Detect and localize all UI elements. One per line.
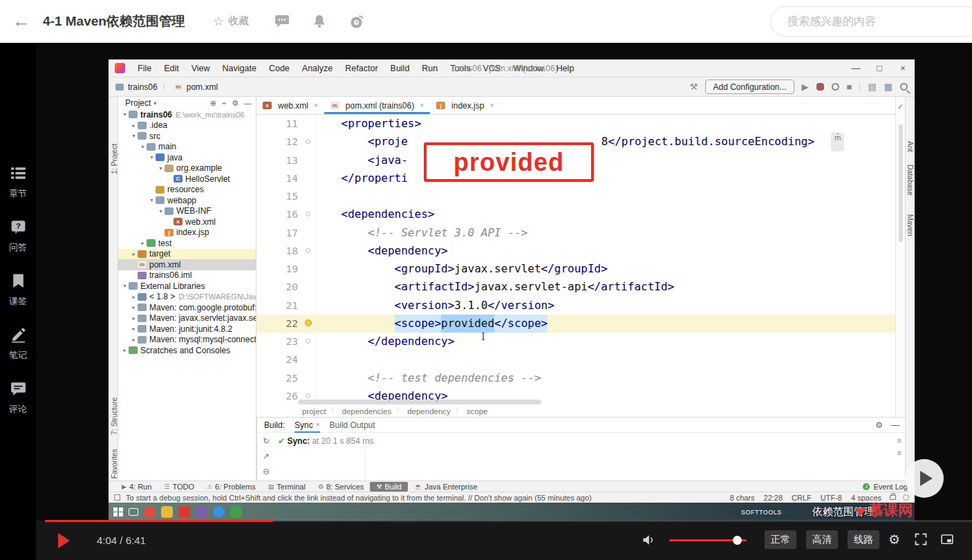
favorite-button[interactable]: ☆ 收藏	[213, 14, 249, 29]
tree-item-org.example[interactable]: ▾org.example	[118, 163, 256, 174]
tab-close-icon[interactable]: ×	[489, 102, 494, 109]
tree-item-target[interactable]: ▸target	[118, 249, 256, 260]
search-everywhere-icon[interactable]	[900, 83, 908, 91]
stop-icon[interactable]: ■	[847, 82, 852, 92]
menu-item-build[interactable]: Build	[384, 64, 416, 73]
tree-chevron-icon[interactable]: ▾	[157, 208, 165, 214]
code-line-21[interactable]: 21 <version>3.1.0</version>	[256, 297, 895, 315]
status-segment[interactable]: 8 chars	[729, 494, 754, 502]
tab-close-icon[interactable]: ×	[314, 102, 318, 109]
breadcrumb-file[interactable]: pom.xml	[187, 82, 218, 92]
sidebar-item-chapters[interactable]: 章节	[9, 165, 27, 200]
tree-item-src[interactable]: ▾src	[118, 131, 256, 142]
taskbar-app-folder[interactable]	[161, 506, 173, 518]
tree-chevron-icon[interactable]: ▾	[157, 165, 165, 171]
tree-item-test[interactable]: ▸test	[118, 238, 256, 249]
event-log-button[interactable]: 2 Event Log	[863, 483, 908, 491]
xml-breadcrumb-scope[interactable]: scope	[467, 407, 488, 416]
bell-icon[interactable]	[311, 13, 328, 30]
build-hide-icon[interactable]: —	[891, 420, 899, 430]
tree-item-trains06.iml[interactable]: trains06.iml	[118, 270, 256, 281]
theater-mode-icon[interactable]	[940, 532, 954, 546]
close-button[interactable]: ×	[891, 59, 915, 77]
line-button[interactable]: 线路	[848, 530, 879, 549]
minimize-button[interactable]: —	[844, 59, 868, 77]
volume-icon[interactable]	[642, 533, 655, 547]
settings-gear-icon[interactable]: ⚙	[232, 99, 239, 108]
menu-item-edit[interactable]: Edit	[158, 64, 185, 73]
maximize-button[interactable]: □	[868, 59, 891, 77]
chat-icon[interactable]	[274, 13, 290, 30]
taskbar-app-purple[interactable]	[196, 506, 207, 518]
tool-strip-database[interactable]: Database	[906, 165, 915, 196]
tree-chevron-icon[interactable]: ▾	[148, 197, 156, 203]
tool-strip-ant[interactable]: Ant	[906, 141, 915, 152]
back-arrow-icon[interactable]: ←	[0, 10, 43, 32]
tree-chevron-icon[interactable]: ▾	[121, 111, 129, 118]
task-view-icon[interactable]	[129, 508, 138, 516]
tree-chevron-icon[interactable]: ▸	[121, 347, 129, 353]
collapse-all-icon[interactable]: ÷	[222, 99, 226, 108]
scroll-end-icon[interactable]: ≡	[897, 449, 901, 457]
tree-chevron-icon[interactable]: ▸	[130, 294, 138, 300]
code-line-25[interactable]: 25 <!-- test dependencies -->	[256, 369, 895, 387]
debug-icon[interactable]	[816, 83, 824, 91]
tree-chevron-icon[interactable]: ▾	[121, 283, 129, 289]
fullscreen-icon[interactable]	[914, 532, 928, 546]
tree-item-java[interactable]: ▾java	[118, 152, 256, 163]
grid-icon[interactable]: ▦	[884, 82, 892, 92]
editor-scrollbar[interactable]: ✓	[895, 97, 905, 417]
editor-tab-index.jsp[interactable]: jindex.jsp×	[430, 97, 500, 114]
menu-item-run[interactable]: Run	[415, 64, 444, 73]
tree-item-scratches-and-consoles[interactable]: ▸Scratches and Consoles	[118, 345, 256, 356]
export-icon[interactable]: ↗	[263, 451, 270, 461]
collapse-icon[interactable]: ⊖	[263, 467, 270, 476]
code-line-19[interactable]: 19 <groupId>javax.servlet</groupId>	[256, 260, 895, 278]
xml-breadcrumb-dependency[interactable]: dependency	[407, 407, 451, 416]
tree-item-helloservlet[interactable]: CHelloServlet	[118, 174, 256, 185]
video-frame[interactable]: FileEditViewNavigateCodeAnalyzeRefactorB…	[109, 59, 915, 521]
fold-handle-icon[interactable]	[306, 139, 310, 144]
tool-window-button-6--problems[interactable]: ⚠6: Problems	[200, 481, 262, 492]
tool-window-button-java-enterprise[interactable]: ☕Java Enterprise	[408, 481, 484, 492]
code-line-20[interactable]: 20 <artifactId>javax.servlet-api</artifa…	[256, 278, 895, 296]
tree-chevron-icon[interactable]: ▸	[130, 315, 138, 321]
intention-bulb-icon[interactable]	[305, 319, 312, 326]
soft-wrap-icon[interactable]: ≡	[897, 436, 901, 445]
tree-item-maven--junit-junit-4.8.2[interactable]: ▸Maven: junit:junit:4.8.2	[118, 324, 256, 335]
tree-item---1.8--[interactable]: ▸< 1.8 >D:\SOFTWAREGN\Java\	[118, 292, 256, 303]
indicator-icon[interactable]	[903, 494, 909, 501]
sidebar-item-comments[interactable]: 评论	[9, 380, 27, 416]
locate-file-icon[interactable]: ⊕	[210, 99, 216, 108]
code-line-17[interactable]: 17 <!-- Servlet 3.0 API -->	[256, 224, 895, 242]
tree-chevron-icon[interactable]: ▸	[130, 304, 138, 310]
menu-item-analyze[interactable]: Analyze	[296, 64, 339, 73]
windows-start-icon[interactable]	[113, 507, 123, 517]
build-tab-build-output[interactable]: Build Output	[330, 418, 375, 433]
xml-breadcrumb-dependencies[interactable]: dependencies	[342, 407, 392, 416]
tree-item-maven--mysql-mysql-connector-[interactable]: ▸Maven: mysql:mysql-connector-	[118, 335, 256, 346]
big-play-button[interactable]	[905, 459, 944, 498]
tree-item-maven--javax.servlet-javax.servle[interactable]: ▸Maven: javax.servlet:javax.servle	[118, 313, 256, 324]
menu-item-view[interactable]: View	[185, 64, 216, 73]
code-line-16[interactable]: 16 <dependencies>	[256, 205, 895, 223]
chevron-down-icon[interactable]: ▾	[153, 100, 156, 106]
tool-strip-structure[interactable]: 7: Structure	[110, 398, 118, 435]
tree-chevron-icon[interactable]: ▸	[130, 251, 138, 257]
menu-item-file[interactable]: File	[131, 64, 158, 73]
menu-item-navigate[interactable]: Navigate	[216, 64, 263, 73]
tree-item-resources[interactable]: resources	[118, 185, 256, 196]
tree-item-webapp[interactable]: ▾webapp	[118, 195, 256, 206]
profiler-icon[interactable]	[832, 83, 839, 91]
tab-close-icon[interactable]: ×	[420, 102, 424, 109]
tree-item-main[interactable]: ▾main	[118, 142, 256, 153]
tool-strip-maven[interactable]: Maven	[906, 214, 915, 236]
tree-item-external-libraries[interactable]: ▾External Libraries	[118, 281, 256, 292]
xml-breadcrumb-project[interactable]: project	[302, 407, 326, 416]
tree-chevron-icon[interactable]: ▸	[130, 337, 138, 343]
breadcrumb-project[interactable]: trains06	[128, 82, 158, 92]
editor[interactable]: 11 <properties>12 <proje8</project.build…	[256, 115, 895, 405]
tool-strip-project[interactable]: 1: Project	[110, 144, 118, 174]
tree-item-maven--com.google.protobuf-pr[interactable]: ▸Maven: com.google.protobuf:pr	[118, 302, 256, 313]
status-segment[interactable]: 22:28	[764, 494, 783, 502]
